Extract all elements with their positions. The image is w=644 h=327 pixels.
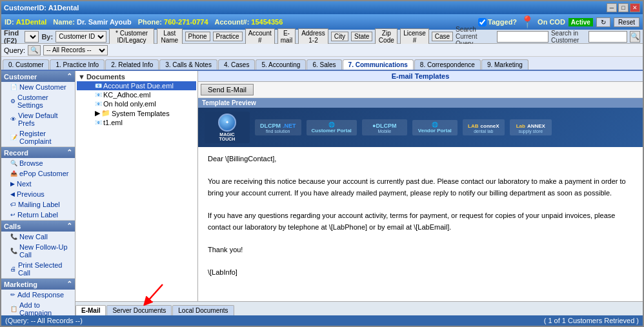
search-input[interactable] xyxy=(497,31,548,43)
sidebar-item-mailing-label[interactable]: 🏷 Mailing Label xyxy=(1,199,75,210)
sidebar-section-customer-header[interactable]: Customer ⌃ xyxy=(1,71,75,82)
customer-section-label: Customer xyxy=(4,73,37,81)
print-call-icon: 🖨 xyxy=(10,266,16,272)
phone-field: Phone: 760-271-0774 xyxy=(138,18,208,26)
sidebar-section-calls-header[interactable]: Calls ⌃ xyxy=(1,221,75,232)
customer-name-field: Name: Dr. Samir Ayoub xyxy=(53,18,131,26)
tab-communications[interactable]: 7. Communications xyxy=(343,59,414,70)
header-right: Tagged? 📍 On COD Active ↻ Reset xyxy=(478,15,639,29)
practice-btn[interactable]: Practice xyxy=(213,32,243,41)
sidebar-item-return-label-label: Return Label xyxy=(17,211,58,219)
tab-calls-notes[interactable]: 3. Calls & Notes xyxy=(159,59,217,70)
sidebar-section-marketing-header[interactable]: Marketing ⌃ xyxy=(1,279,75,290)
email-thank-you: Thank you! xyxy=(208,244,633,256)
phone-btn[interactable]: Phone xyxy=(185,32,210,41)
close-button[interactable]: ✕ xyxy=(630,3,640,12)
tab-correspondence[interactable]: 8. Correspondence xyxy=(414,59,481,70)
find-select[interactable] xyxy=(25,31,39,43)
bottom-tab-email[interactable]: E-Mail xyxy=(75,305,106,315)
sidebar-section-record-header[interactable]: Record ⌃ xyxy=(1,147,75,158)
return-label-icon: ↩ xyxy=(10,212,15,218)
sidebar-item-view-prefs[interactable]: 👁 View Default Prefs xyxy=(1,110,75,128)
tab-customer[interactable]: 0. Customer xyxy=(3,59,49,70)
new-customer-icon: 📄 xyxy=(10,84,17,90)
maximize-button[interactable]: □ xyxy=(618,3,629,12)
email-area: E-mail Templates Send E-Mail Template Pr… xyxy=(198,71,643,301)
reset-button[interactable]: Reset xyxy=(614,17,639,27)
tab-practice-info[interactable]: 1. Practice Info xyxy=(50,59,105,70)
find-label: Find (F2) xyxy=(4,29,22,45)
tab-accounting[interactable]: 5. Accounting xyxy=(256,59,306,70)
search-in-input[interactable] xyxy=(589,31,627,43)
last-name-btn[interactable]: Last Name xyxy=(157,28,183,45)
add-response-icon: ✏ xyxy=(10,292,15,298)
by-label: By: xyxy=(41,33,53,41)
tree-item-t1[interactable]: 📧 t1.eml xyxy=(77,118,196,127)
account-label: Account#: xyxy=(215,18,250,26)
sidebar-item-epop[interactable]: 📤 ePop Customer xyxy=(1,168,75,179)
sidebar: Customer ⌃ 📄 New Customer ⚙ Customer Set… xyxy=(1,71,75,315)
browse-icon: 🔍 xyxy=(10,160,17,166)
sidebar-item-register-complaint[interactable]: 📝 Register Complaint xyxy=(1,128,75,146)
magic-touch-logo: ✦ MAGICTOUCH xyxy=(205,112,250,143)
bottom-tab-local-docs[interactable]: Local Documents xyxy=(172,305,234,315)
address-btn[interactable]: Address 1-2 xyxy=(298,28,328,45)
tree-item-kc-adhoc[interactable]: 📧 KC_Adhoc.eml xyxy=(77,90,196,99)
by-select[interactable]: Customer ID xyxy=(55,31,106,43)
search-go-btn[interactable]: 🔍 xyxy=(630,31,640,43)
tree-item-account-past-due-label: Account Past Due.eml xyxy=(103,82,174,90)
status-badge: Active xyxy=(569,18,593,26)
tab-related-info[interactable]: 2. Related Info xyxy=(105,59,159,70)
query-button[interactable]: 🔍 xyxy=(28,45,41,55)
sidebar-item-add-response[interactable]: ✏ Add Response xyxy=(1,290,75,300)
file-icon-t1: 📧 xyxy=(95,119,102,126)
sidebar-item-print-call[interactable]: 🖨 Print Selected Call xyxy=(1,260,75,278)
template-banner: ✦ MAGICTOUCH DLCPM .NET find solution xyxy=(198,108,643,147)
dlcpm-mobile-logo: ●DLCPM Mobile xyxy=(362,119,407,135)
tab-sales[interactable]: 6. Sales xyxy=(307,59,341,70)
vendor-portal-logo: 🌐 Vendor Portal xyxy=(412,120,458,135)
query-select[interactable]: -- All Records -- xyxy=(43,45,108,55)
tab-marketing[interactable]: 9. Marketing xyxy=(481,59,528,70)
account-btn[interactable]: Account # xyxy=(245,28,275,45)
sidebar-item-new-followup[interactable]: 📞 New Follow-Up Call xyxy=(1,242,75,260)
header-bar: ID: A1Dental Name: Dr. Samir Ayoub Phone… xyxy=(1,14,643,30)
sidebar-item-new-call[interactable]: 📞 New Call xyxy=(1,232,75,242)
tree-item-on-hold[interactable]: 📧 On hold only.eml xyxy=(77,99,196,108)
sidebar-item-browse-label: Browse xyxy=(19,159,43,167)
sidebar-item-previous-label: Previous xyxy=(17,190,45,198)
city-btn[interactable]: City xyxy=(331,32,348,41)
sidebar-item-browse[interactable]: 🔍 Browse xyxy=(1,158,75,168)
tree-item-kc-adhoc-label: KC_Adhoc.eml xyxy=(103,91,150,99)
sidebar-item-previous[interactable]: ◀ Previous xyxy=(1,189,75,199)
main-window: CustomerID: A1Dental ─ □ ✕ ID: A1Dental … xyxy=(0,0,644,327)
sidebar-item-next[interactable]: ▶ Next xyxy=(1,179,75,189)
status-bar: (Query: -- All Records --) ( 1 of 1 Cust… xyxy=(1,315,643,326)
minimize-button[interactable]: ─ xyxy=(607,3,617,12)
tree-item-t1-label: t1.eml xyxy=(103,119,123,126)
state-btn[interactable]: State xyxy=(351,32,372,41)
marketing-section-label: Marketing xyxy=(4,281,37,288)
tab-cases[interactable]: 4. Cases xyxy=(218,59,255,70)
sidebar-item-customer-settings[interactable]: ⚙ Customer Settings xyxy=(1,92,75,110)
phone-label: Phone: xyxy=(138,18,162,26)
customer-id-btn[interactable]: * Customer ID/Legacy xyxy=(109,28,154,45)
customer-id-value: A1Dental xyxy=(16,18,47,26)
next-icon: ▶ xyxy=(10,181,15,187)
license-btn[interactable]: License # xyxy=(400,28,428,45)
refresh-button[interactable]: ↻ xyxy=(596,17,610,27)
sidebar-item-new-customer[interactable]: 📄 New Customer xyxy=(1,82,75,92)
case-btn[interactable]: Case xyxy=(432,32,453,41)
tree-expand-icon: ▼ xyxy=(78,73,85,81)
tagged-checkbox[interactable] xyxy=(478,18,487,26)
sidebar-item-return-label[interactable]: ↩ Return Label xyxy=(1,210,75,220)
tree-item-account-past-due[interactable]: 📧 Account Past Due.eml xyxy=(77,81,196,90)
email-btn[interactable]: E-mail xyxy=(277,28,296,45)
sidebar-item-add-campaign[interactable]: 📋 Add to Campaign xyxy=(1,300,75,315)
tree-item-system-templates[interactable]: ▶ 📁 System Templates xyxy=(77,108,196,118)
zipcode-btn[interactable]: Zip Code xyxy=(375,28,397,45)
email-salutation: Dear \[BillingContact], xyxy=(208,154,633,165)
title-bar: CustomerID: A1Dental ─ □ ✕ xyxy=(1,1,643,14)
toolbar: Find (F2) By: Customer ID * Customer ID/… xyxy=(1,30,643,44)
send-email-button[interactable]: Send E-Mail xyxy=(201,84,254,95)
